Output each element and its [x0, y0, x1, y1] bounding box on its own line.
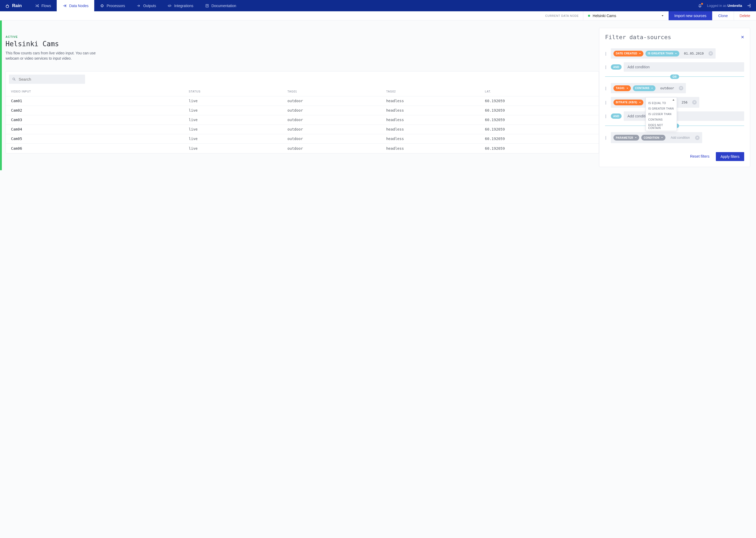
search-box[interactable] [9, 75, 85, 84]
nav-item-documentation[interactable]: Documentation [199, 0, 242, 11]
svg-rect-1 [101, 5, 103, 7]
condition-chip[interactable]: IS GREATER THAN [645, 51, 679, 56]
panel-title: Filter data-sources [605, 34, 671, 40]
node-name: Helsinki Cams [593, 14, 616, 18]
nav-label: Outputs [143, 4, 156, 8]
document-icon [205, 4, 209, 8]
nav-item-outputs[interactable]: Outputs [131, 0, 162, 11]
status-dot-icon [588, 15, 590, 17]
nav-item-flows[interactable]: Flows [29, 0, 57, 11]
chevron-up-icon[interactable] [672, 99, 675, 101]
sources-table: VIDEO INPUT STATUS TAG01 TAG02 LAT. Cam0… [6, 87, 599, 153]
output-icon [136, 4, 141, 8]
close-panel-icon[interactable]: ✕ [741, 35, 744, 40]
logout-icon[interactable] [747, 3, 751, 8]
nav-item-processors[interactable]: Processors [94, 0, 131, 11]
code-icon [167, 4, 172, 8]
value-field[interactable]: 01.05.2019 [682, 50, 706, 56]
condition-chip[interactable]: CONTAINS [633, 85, 656, 91]
drag-handle-icon[interactable]: || [605, 51, 609, 56]
filter-condition: || TAG01 CONTAINS outdoor ✕ [605, 83, 744, 93]
param-chip-placeholder[interactable]: PARAMETER [613, 135, 639, 140]
table-row[interactable]: Cam03liveoutdoorheadless60.192059 [6, 115, 599, 125]
value-field[interactable]: outdoor [658, 85, 677, 91]
dropdown-option[interactable]: IS EQUAL TO [646, 102, 677, 106]
dropdown-option[interactable]: DOES NOT CONTAIN [646, 123, 677, 131]
drag-handle-icon[interactable]: || [605, 86, 609, 90]
value-field[interactable]: 256 [679, 99, 690, 105]
login-prefix: Logged in as [707, 4, 728, 8]
col-header: VIDEO INPUT [11, 90, 189, 93]
cpu-icon [100, 4, 104, 8]
table-row[interactable]: Cam02liveoutdoorheadless60.192059 [6, 106, 599, 115]
table-row[interactable]: Cam05liveoutdoorheadless60.192059 [6, 134, 599, 144]
remove-condition-icon[interactable]: ✕ [692, 100, 697, 105]
col-header: LAT. [485, 90, 593, 93]
node-selector[interactable]: Helsinki Cams [583, 11, 669, 20]
apply-filters-button[interactable]: Apply filters [716, 152, 744, 161]
bool-pill-and[interactable]: AND [611, 114, 622, 119]
table-row[interactable]: Cam01liveoutdoorheadless60.192059 [6, 96, 599, 106]
svg-point-3 [13, 78, 15, 80]
brand-name: Rain [12, 3, 22, 8]
login-username: Umbrella [728, 4, 742, 8]
search-icon [12, 77, 16, 81]
top-nav: Rain Flows Data Nodes Processors Outputs… [0, 0, 756, 11]
value-placeholder[interactable]: Add condition [668, 134, 693, 141]
add-condition-input[interactable]: Add conditio [624, 111, 744, 121]
drag-handle-icon[interactable]: || [605, 65, 609, 69]
drag-handle-icon[interactable]: || [605, 100, 609, 105]
hero: ACTIVE Helsinki Cams This flow counts ca… [2, 35, 96, 69]
notification-dot-icon [701, 3, 703, 5]
reset-filters-button[interactable]: Reset filters [687, 152, 712, 161]
import-sources-button[interactable]: Import new sources [669, 11, 712, 20]
drag-handle-icon[interactable]: || [605, 114, 609, 118]
nav-item-data-nodes[interactable]: Data Nodes [57, 0, 94, 11]
table-row[interactable]: Cam06liveoutdoorheadless60.192059 [6, 144, 599, 153]
filter-condition: || BITRATE (KB/S) IS EQUAL TO IS GREATER… [605, 97, 744, 108]
remove-condition-icon[interactable]: ✕ [708, 51, 713, 56]
clone-button[interactable]: Clone [712, 11, 734, 20]
login-caption: Logged in as Umbrella [707, 4, 742, 8]
condition-chip-placeholder[interactable]: CONDITION [641, 135, 665, 140]
notifications-bell-icon[interactable] [698, 3, 702, 8]
col-header: STATUS [189, 90, 287, 93]
dropdown-option[interactable]: CONTAINS [646, 117, 677, 123]
sources-card: VIDEO INPUT STATUS TAG01 TAG02 LAT. Cam0… [6, 71, 599, 153]
nav-item-integrations[interactable]: Integrations [162, 0, 199, 11]
bool-pill-or[interactable]: OR [670, 74, 679, 79]
nav-label: Integrations [174, 4, 193, 8]
chevron-down-icon [661, 15, 664, 17]
condition-dropdown[interactable]: IS EQUAL TO IS GREATER THAN IS LESSER TH… [645, 99, 677, 106]
nav-label: Documentation [212, 4, 236, 8]
nav-label: Processors [107, 4, 125, 8]
filter-condition-template: || PARAMETER CONDITION Add condition ✕ [605, 132, 744, 143]
status-badge: ACTIVE [6, 35, 96, 38]
page-description: This flow counts cars from live video in… [6, 50, 96, 61]
dropdown-option[interactable]: IS GREATER THAN [646, 106, 677, 111]
brand-logo-icon [5, 3, 10, 8]
or-separator: OR [605, 77, 744, 77]
dropdown-option[interactable]: IS LESSER THAN [646, 111, 677, 117]
remove-condition-icon[interactable]: ✕ [695, 135, 699, 140]
nav-label: Data Nodes [69, 4, 88, 8]
param-chip[interactable]: DATE CREATED [613, 51, 643, 56]
param-chip[interactable]: TAG01 [613, 85, 631, 91]
col-header: TAG02 [386, 90, 485, 93]
remove-condition-icon[interactable]: ✕ [679, 86, 683, 90]
delete-button[interactable]: Delete [734, 11, 756, 20]
bool-pill-and[interactable]: AND [611, 64, 622, 70]
add-condition-input[interactable]: Add condition [624, 62, 744, 72]
current-node-label: CURRENT DATA NODE [0, 11, 583, 20]
param-chip[interactable]: BITRATE (KB/S) [613, 100, 643, 105]
search-input[interactable] [19, 77, 82, 81]
brand[interactable]: Rain [0, 0, 29, 11]
sub-bar: CURRENT DATA NODE Helsinki Cams Import n… [0, 11, 756, 21]
nav-label: Flows [41, 4, 51, 8]
table-row[interactable]: Cam04liveoutdoorheadless60.192059 [6, 125, 599, 134]
filter-panel: Filter data-sources ✕ || DATE CREATED IS… [599, 28, 750, 167]
status-strip [0, 21, 2, 170]
shuffle-icon [35, 4, 39, 8]
drag-handle-icon[interactable]: || [605, 135, 609, 140]
arrow-in-icon [63, 4, 67, 8]
